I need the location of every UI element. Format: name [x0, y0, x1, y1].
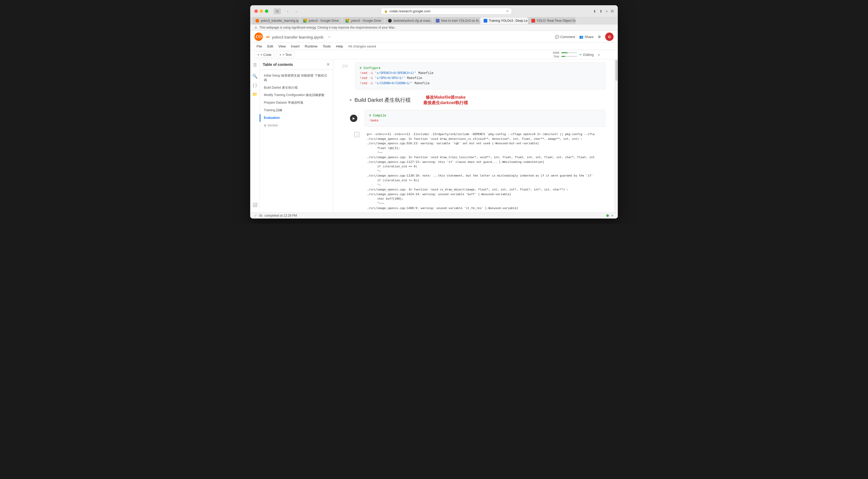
code-icon[interactable]: { } — [253, 83, 257, 88]
folder-icon[interactable]: 📁 — [252, 92, 257, 97]
output-line-1: g++ -std=c++11 -std=c++11 -Iinclude/ -I3… — [367, 132, 609, 137]
menu-insert[interactable]: Insert — [289, 43, 302, 49]
menu-tools[interactable]: Tools — [320, 43, 333, 49]
tab-drive-1[interactable]: yolov3 - Google Drive — [300, 17, 342, 24]
comment-label: Comment — [560, 35, 575, 39]
search-icon[interactable]: 🔍 — [252, 74, 257, 79]
new-tab-icon[interactable]: + — [606, 9, 608, 13]
close-traffic-light[interactable] — [254, 9, 258, 13]
download-icon[interactable]: ⬇ — [593, 9, 596, 13]
toc-item-prepare[interactable]: Prepare Dataset 準備資料集 — [260, 99, 333, 106]
menu-runtime[interactable]: Runtime — [303, 43, 319, 49]
add-code-btn[interactable]: + + Code — [254, 52, 274, 58]
cell-7-container: [7] # Configure !sed -i 's/OPENCV=0/OPEN… — [333, 59, 615, 93]
fullscreen-traffic-light[interactable] — [265, 9, 268, 13]
forward-btn[interactable]: › — [292, 8, 300, 14]
sidebar-toggle-btn[interactable]: ⊟ — [274, 8, 281, 14]
toc-item-training[interactable]: Training 訓練 — [260, 106, 333, 114]
output-line-8: if (iteration_old == 0) — [367, 164, 609, 169]
close-status-icon[interactable]: ✕ — [611, 214, 614, 217]
user-avatar-letter: G — [608, 35, 611, 39]
notebook-title[interactable]: ∞ yolov3 transfer learning.ipynb — [266, 34, 323, 40]
toolbar: + + Code + + Text RAM Disk ✏ Edit — [250, 50, 618, 59]
colab-app: CO ∞ yolov3 transfer learning.ipynb ☆ 💬 … — [250, 31, 618, 218]
toc-item-evaluation[interactable]: Evaluation — [260, 114, 333, 122]
output-line-16: ^~~~ — [367, 201, 609, 206]
share-icon[interactable]: ⬆ — [599, 9, 602, 13]
menu-edit[interactable]: Edit — [265, 43, 275, 49]
output-line-5: ^~~ — [367, 150, 609, 155]
collapse-arrow-build[interactable]: ▼ — [349, 98, 352, 102]
tab-label-yolo: YOLO: Real-Time Object De... — [537, 19, 576, 23]
toc-item-build[interactable]: Build Darket 產生執行檔 — [260, 84, 333, 92]
toc-toggle-icon[interactable]: ☰ — [253, 62, 257, 67]
code-str-1: 's/OPENCV=0/OPENCV=1/' — [375, 71, 416, 75]
menu-help[interactable]: Help — [334, 43, 345, 49]
code-makefile-3: Makefile — [413, 81, 430, 85]
share-btn[interactable]: 👥 Share — [579, 35, 594, 39]
menu-bar: File Edit View Insert Runtime Tools Help… — [250, 43, 618, 50]
output-line-7: ./src/image_opencv.cpp:1127:13: warning:… — [367, 160, 609, 165]
user-avatar[interactable]: G — [605, 33, 614, 41]
output-line-6: ./src/image_opencv.cpp: In function 'voi… — [367, 155, 609, 160]
tab-yolo[interactable]: YOLO: Real-Time Object De... — [528, 17, 576, 24]
toc-item-initial[interactable]: Initial Setup 檢查硬體支援 掛載硬碟 下載程式碼 — [260, 72, 333, 84]
tab-colab[interactable]: yolov3_transfer_learning.ip... — [252, 17, 300, 24]
notebook-scrollbar[interactable] — [615, 59, 618, 212]
annotation-line2: 最後產生darknet執行檔 — [423, 100, 468, 106]
status-check-icon: ✓ — [254, 214, 257, 217]
tab-favicon-training — [484, 19, 487, 23]
tab-favicon-yolo — [531, 19, 535, 23]
cell-compile-body: ▶ # Compile !make — [350, 109, 611, 129]
address-bar[interactable]: 🔒 colab.research.google.com ↺ — [381, 8, 512, 14]
tab-github[interactable]: darknet/yolov3.cfg at mast... — [385, 17, 432, 24]
star-icon[interactable]: ☆ — [328, 35, 331, 39]
disk-fill — [561, 56, 565, 57]
scrollbar-thumb[interactable] — [615, 60, 618, 81]
back-btn[interactable]: ‹ — [284, 8, 291, 14]
output-line-15: char buff[100]; — [367, 197, 609, 201]
colab-topbar: CO ∞ yolov3 transfer learning.ipynb ☆ 💬 … — [250, 31, 618, 43]
tabs-bar: yolov3_transfer_learning.ip... yolov3 - … — [250, 17, 618, 24]
ram-label: RAM — [553, 51, 559, 54]
code-makefile-2: Makefile — [405, 76, 422, 80]
minimize-traffic-light[interactable] — [260, 9, 263, 13]
output-line-17: ./src/image_opencv.cpp:1400:9: warning: … — [367, 206, 609, 211]
colab-logo-text: CO — [256, 34, 261, 39]
menu-file[interactable]: File — [254, 43, 264, 49]
main-content: ☰ 🔍 { } 📁 ⬜ Table of contents ✕ Initi — [250, 59, 618, 212]
refresh-icon[interactable]: ↺ — [506, 9, 508, 13]
cell-compile-code[interactable]: # Compile !make — [365, 110, 605, 127]
cell-compile-container: ▶ # Compile !make — [333, 108, 615, 130]
share-label: Share — [584, 35, 594, 39]
warning-text: This webpage is using significant energy… — [259, 26, 396, 29]
cell-7-body: # Configure !sed -i 's/OPENCV=0/OPENCV=1… — [350, 61, 611, 91]
cell-7-code[interactable]: # Configure !sed -i 's/OPENCV=0/OPENCV=1… — [355, 62, 605, 90]
copy-icon[interactable]: ⧉ — [611, 9, 614, 13]
tab-training[interactable]: Training YOLOv3 : Deep Le... — [480, 17, 528, 24]
disk-bar — [561, 56, 577, 57]
toc-item-add-section[interactable]: ⊕ Section — [260, 122, 333, 129]
menu-view[interactable]: View — [276, 43, 288, 49]
add-text-btn[interactable]: + + Text — [276, 52, 294, 58]
run-compile-btn[interactable]: ▶ — [350, 115, 357, 122]
tab-howto[interactable]: How to train YOLOv3 on th... — [433, 17, 480, 24]
sidebar-close-btn[interactable]: ✕ — [327, 62, 330, 67]
tab-drive-2[interactable]: yolov3 - Google Drive — [342, 17, 384, 24]
expand-btn[interactable]: ∧ — [596, 52, 602, 58]
code-str-2: 's/GPU=0/GPU=1/' — [375, 76, 405, 80]
output-cell: ⬚ g++ -std=c++11 -std=c++11 -Iinclude/ -… — [333, 130, 615, 212]
browser-right-icons: ⬇ ⬆ + ⧉ — [593, 9, 614, 13]
tab-favicon-howto — [436, 19, 439, 23]
code-make: !make — [369, 119, 379, 123]
terminal-icon[interactable]: ⬜ — [252, 203, 257, 207]
ram-row: RAM — [553, 51, 577, 54]
comment-btn[interactable]: 💬 Comment — [555, 35, 575, 39]
code-line-2: !sed -i — [360, 76, 375, 80]
title-bar: ⊟ ‹ › 🔒 colab.research.google.com ↺ ⬇ ⬆ … — [250, 5, 618, 17]
status-bar: ✓ 0s completed at 12:29 PM ✕ — [250, 212, 618, 218]
share-people-icon: 👥 — [579, 35, 583, 39]
settings-btn[interactable]: ⚙ — [598, 35, 601, 39]
toc-sidebar: Table of contents ✕ Initial Setup 檢查硬體支援… — [260, 59, 333, 212]
toc-item-modify[interactable]: Modify Training Configuration 修改訓練參數 — [260, 91, 333, 99]
